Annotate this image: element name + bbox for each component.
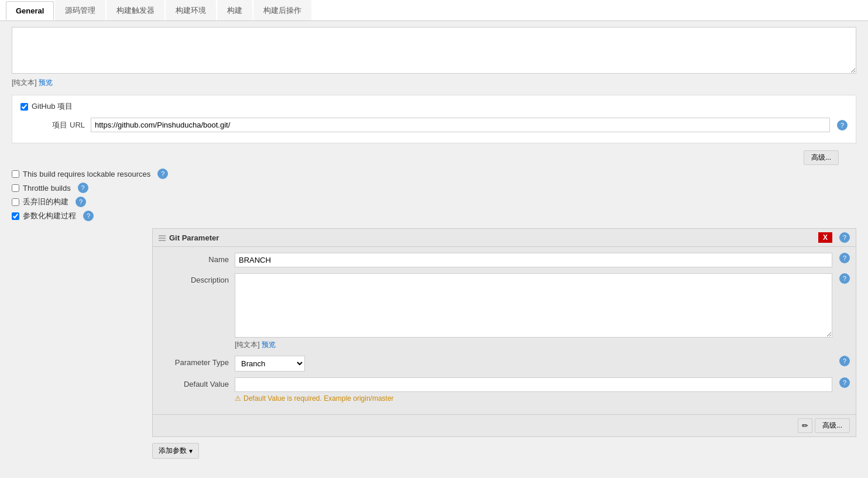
text-label: [纯文本] bbox=[12, 78, 37, 87]
param-type-content: Branch Tag Branch or Tag Revision bbox=[235, 356, 832, 372]
project-url-input[interactable] bbox=[91, 118, 830, 132]
param-type-label: Parameter Type bbox=[159, 356, 235, 367]
param-desc-text-label: [纯文本] bbox=[235, 341, 260, 349]
git-param-body: Name ? Description [纯文本] 预览 bbox=[153, 247, 856, 414]
warning-icon: ⚠ bbox=[235, 394, 241, 403]
git-param-title: Git Parameter bbox=[169, 233, 219, 242]
param-name-content bbox=[235, 253, 832, 267]
advanced-button[interactable]: 高级... bbox=[804, 150, 839, 165]
tab-build-trigger[interactable]: 构建触发器 bbox=[107, 0, 164, 20]
warning-message: Default Value is required. Example origi… bbox=[243, 394, 394, 403]
project-url-row: 项目 URL ? bbox=[20, 118, 848, 132]
param-type-help-icon[interactable]: ? bbox=[839, 356, 850, 366]
description-textarea[interactable] bbox=[12, 27, 856, 74]
checkbox-row-throttle: Throttle builds ? bbox=[12, 183, 856, 193]
param-desc-label: Description bbox=[159, 273, 235, 284]
lockable-help-icon[interactable]: ? bbox=[157, 168, 168, 179]
parameterize-help-icon[interactable]: ? bbox=[83, 211, 94, 221]
tabs-bar: General 源码管理 构建触发器 构建环境 构建 构建后操作 bbox=[0, 0, 868, 21]
add-param-label: 添加参数 bbox=[159, 446, 187, 456]
git-param-header-help-icon[interactable]: ? bbox=[839, 232, 850, 243]
project-url-label: 项目 URL bbox=[20, 120, 91, 130]
checkbox-parameterize[interactable] bbox=[12, 212, 19, 220]
github-checkbox[interactable] bbox=[20, 103, 28, 111]
checkbox-parameterize-label: 参数化构建过程 bbox=[23, 211, 76, 221]
content-area: [纯文本] 预览 GitHub 项目 项目 URL ? 高级... This b… bbox=[0, 21, 868, 477]
checkbox-row-lockable: This build requires lockable resources ? bbox=[12, 168, 856, 179]
param-name-input[interactable] bbox=[235, 253, 832, 267]
checkbox-row-parameterize: 参数化构建过程 ? bbox=[12, 211, 856, 221]
param-desc-preview-link[interactable]: 预览 bbox=[262, 341, 276, 349]
description-section: [纯文本] 预览 bbox=[12, 27, 856, 88]
github-title: GitHub 项目 bbox=[20, 101, 848, 112]
throttle-help-icon[interactable]: ? bbox=[78, 183, 88, 193]
discard-help-icon[interactable]: ? bbox=[76, 197, 86, 207]
git-param-footer: ✏ 高级... bbox=[153, 414, 856, 436]
checkbox-row-discard: 丢弃旧的构建 ? bbox=[12, 197, 856, 207]
param-desc-textarea[interactable] bbox=[235, 273, 832, 338]
param-desc-text-preview: [纯文本] 预览 bbox=[235, 340, 276, 350]
add-param-arrow-icon: ▾ bbox=[189, 447, 193, 455]
checkbox-throttle-label: Throttle builds bbox=[23, 184, 71, 192]
add-param-button[interactable]: 添加参数 ▾ bbox=[152, 443, 199, 459]
git-parameter-block: Git Parameter X ? Name ? Description bbox=[152, 228, 856, 437]
param-default-label: Default Value bbox=[159, 377, 235, 388]
edit-icon-button[interactable]: ✏ bbox=[798, 418, 812, 433]
param-default-help-icon[interactable]: ? bbox=[839, 377, 850, 388]
github-section: GitHub 项目 项目 URL ? bbox=[12, 95, 856, 143]
github-label: GitHub 项目 bbox=[32, 101, 73, 112]
preview-link[interactable]: 预览 bbox=[39, 78, 53, 87]
project-url-help-icon[interactable]: ? bbox=[837, 120, 848, 130]
param-name-label: Name bbox=[159, 253, 235, 264]
param-desc-content: [纯文本] 预览 bbox=[235, 273, 832, 350]
checkboxes-section: This build requires lockable resources ?… bbox=[12, 168, 856, 221]
param-default-input[interactable] bbox=[235, 377, 832, 392]
add-param-row: 添加参数 ▾ bbox=[152, 443, 856, 459]
tab-build[interactable]: 构建 bbox=[217, 0, 252, 20]
param-desc-help-icon[interactable]: ? bbox=[839, 273, 850, 284]
tab-general[interactable]: General bbox=[6, 1, 54, 20]
git-param-header: Git Parameter X ? bbox=[153, 229, 856, 247]
param-type-select[interactable]: Branch Tag Branch or Tag Revision bbox=[235, 356, 305, 372]
param-default-content: ⚠ Default Value is required. Example ori… bbox=[235, 377, 832, 403]
checkbox-lockable-label: This build requires lockable resources bbox=[23, 170, 150, 178]
tab-build-env[interactable]: 构建环境 bbox=[166, 0, 216, 20]
param-name-row: Name ? bbox=[159, 253, 850, 267]
checkbox-discard-label: 丢弃旧的构建 bbox=[23, 197, 68, 207]
tab-post-build[interactable]: 构建后操作 bbox=[253, 0, 311, 20]
default-value-warning: ⚠ Default Value is required. Example ori… bbox=[235, 394, 394, 403]
tab-source-mgmt[interactable]: 源码管理 bbox=[55, 0, 105, 20]
checkbox-discard[interactable] bbox=[12, 198, 19, 206]
text-preview-row: [纯文本] 预览 bbox=[12, 78, 856, 88]
param-desc-row: Description [纯文本] 预览 ? bbox=[159, 273, 850, 350]
drag-handle[interactable] bbox=[159, 234, 166, 241]
checkbox-lockable[interactable] bbox=[12, 170, 19, 178]
delete-button[interactable]: X bbox=[818, 232, 832, 243]
param-name-help-icon[interactable]: ? bbox=[839, 253, 850, 263]
param-default-row: Default Value ⚠ Default Value is require… bbox=[159, 377, 850, 403]
checkbox-throttle[interactable] bbox=[12, 184, 19, 192]
git-param-advanced-button[interactable]: 高级... bbox=[815, 418, 850, 433]
param-type-row: Parameter Type Branch Tag Branch or Tag … bbox=[159, 356, 850, 372]
advanced-row: 高级... bbox=[12, 150, 856, 165]
